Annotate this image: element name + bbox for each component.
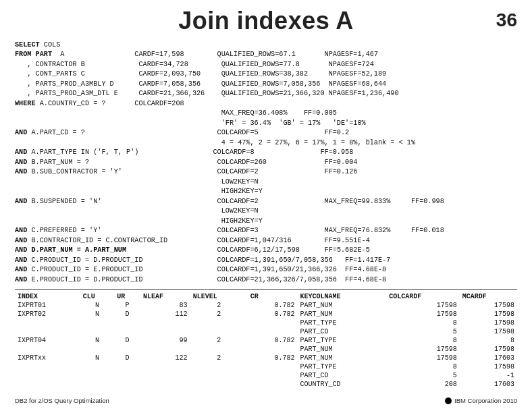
- index-nleaf: 99: [140, 336, 190, 345]
- index-cr: 0.782: [248, 336, 298, 345]
- index-mcardf: 8: [460, 336, 517, 345]
- index-ur: P: [114, 301, 140, 310]
- footer-right-text: IBM Corporation 2010: [454, 397, 517, 404]
- index-nleaf: 122: [140, 354, 190, 362]
- index-mcardf: 17598: [460, 319, 517, 327]
- index-keycol: PART_TYPE: [297, 362, 386, 371]
- index-keycol: COUNTRY_CD: [297, 380, 386, 389]
- sql-pre: SELECT COLS FROM PART A CARDF=17,598 QUA…: [15, 40, 517, 285]
- index-colcardf: 208: [386, 380, 459, 389]
- index-keycol: PART_CD: [297, 371, 386, 380]
- footer-left: DB2 for z/OS Query Optimization: [15, 397, 109, 404]
- index-colcardf: 5: [386, 371, 459, 380]
- ibm-dot-icon: [445, 398, 452, 404]
- sql-content: SELECT COLS FROM PART A CARDF=17,598 QUA…: [15, 40, 517, 285]
- index-clu: N: [80, 310, 114, 319]
- table-row: PART_TYPE 8 17598: [15, 362, 517, 371]
- index-colcardf: 8: [386, 362, 459, 371]
- footer: DB2 for z/OS Query Optimization IBM Corp…: [0, 397, 532, 404]
- index-mcardf: -1: [460, 371, 517, 380]
- col-nlevel: NLEVEL: [190, 292, 248, 301]
- divider: [15, 289, 517, 290]
- slide-title: Join indexes A: [0, 0, 532, 40]
- index-colcardf: 5: [386, 327, 459, 336]
- index-mcardf: 17598: [460, 345, 517, 354]
- index-colcardf: 17598: [386, 310, 459, 319]
- index-nlevel: 2: [190, 301, 248, 310]
- col-cr: CR: [248, 292, 298, 301]
- index-clu: N: [80, 301, 114, 310]
- index-cr: 0.782: [248, 301, 298, 310]
- index-ur: D: [114, 310, 140, 319]
- table-row: PART_CD 5 17598: [15, 327, 517, 336]
- index-keycol: PART_NUM: [297, 301, 386, 310]
- index-nlevel: 2: [190, 336, 248, 345]
- index-nlevel: 2: [190, 354, 248, 362]
- col-mcardf: MCARDF: [460, 292, 517, 301]
- index-mcardf: 17598: [460, 327, 517, 336]
- index-mcardf: 17598: [460, 301, 517, 310]
- index-cr: 0.782: [248, 354, 298, 362]
- index-clu: N: [80, 354, 114, 362]
- index-keycol: PART_NUM: [297, 345, 386, 354]
- index-nleaf: 83: [140, 301, 190, 310]
- index-clu: N: [80, 336, 114, 345]
- table-row: IXPRT04 N D 99 2 0.782 PART_TYPE 8 8: [15, 336, 517, 345]
- index-name: IXPRT04: [15, 336, 80, 345]
- index-cr: 0.782: [248, 310, 298, 319]
- index-keycol: PART_CD: [297, 327, 386, 336]
- index-name: IXPRT02: [15, 310, 80, 319]
- table-row: PART_CD 5 -1: [15, 371, 517, 380]
- index-mcardf: 17598: [460, 362, 517, 371]
- index-colcardf: 17598: [386, 354, 459, 362]
- index-name: IXPRTxx: [15, 354, 80, 362]
- index-table: INDEX CLU UR NLEAF NLEVEL CR KEYCOLNAME …: [15, 292, 517, 389]
- index-keycol: PART_TYPE: [297, 319, 386, 327]
- index-nlevel: 2: [190, 310, 248, 319]
- footer-right: IBM Corporation 2010: [445, 397, 517, 404]
- index-name: IXPRT01: [15, 301, 80, 310]
- index-mcardf: 17603: [460, 380, 517, 389]
- col-nleaf: NLEAF: [140, 292, 190, 301]
- index-mcardf: 17598: [460, 310, 517, 319]
- index-keycol: PART_NUM: [297, 310, 386, 319]
- index-ur: D: [114, 354, 140, 362]
- col-clu: CLU: [80, 292, 114, 301]
- index-colcardf: 8: [386, 336, 459, 345]
- table-row: IXPRT01 N P 83 2 0.782 PART_NUM 17598 17…: [15, 301, 517, 310]
- index-keycol: PART_NUM: [297, 354, 386, 362]
- table-row: PART_TYPE 8 17598: [15, 319, 517, 327]
- index-colcardf: 17598: [386, 345, 459, 354]
- index-mcardf: 17603: [460, 354, 517, 362]
- index-colcardf: 17598: [386, 301, 459, 310]
- index-keycol: PART_TYPE: [297, 336, 386, 345]
- table-row: COUNTRY_CD 208 17603: [15, 380, 517, 389]
- col-keycolname: KEYCOLNAME: [297, 292, 386, 301]
- table-row: IXPRTxx N D 122 2 0.782 PART_NUM 17598 1…: [15, 354, 517, 362]
- col-colcardf: COLCARDF: [386, 292, 459, 301]
- table-row: PART_NUM 17598 17598: [15, 345, 517, 354]
- col-ur: UR: [114, 292, 140, 301]
- table-row: IXPRT02 N D 112 2 0.782 PART_NUM 17598 1…: [15, 310, 517, 319]
- col-index: INDEX: [15, 292, 80, 301]
- slide-number: 36: [496, 9, 517, 31]
- index-ur: D: [114, 336, 140, 345]
- index-colcardf: 8: [386, 319, 459, 327]
- index-nleaf: 112: [140, 310, 190, 319]
